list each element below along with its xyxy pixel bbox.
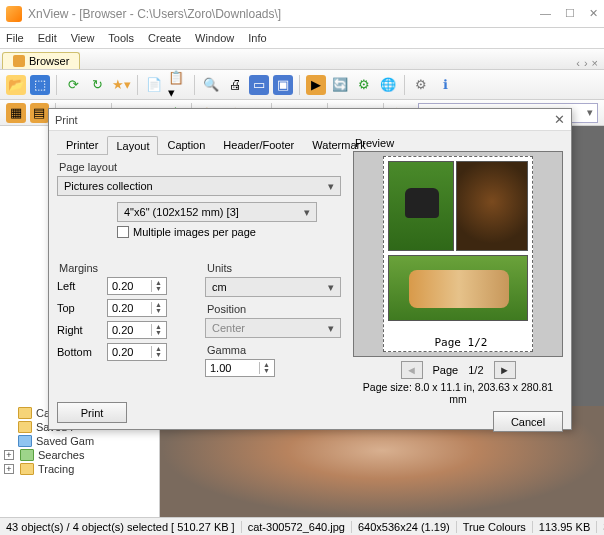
page-size-text: Page size: 8.0 x 11.1 in, 203.63 x 280.8…: [353, 381, 563, 405]
window-title: XnView - [Browser - C:\Users\Zoro\Downlo…: [28, 7, 540, 21]
view-list-icon[interactable]: ▤: [30, 103, 50, 123]
gamma-input[interactable]: 1.00▲▼: [205, 359, 275, 377]
refresh-icon[interactable]: ⟳: [63, 75, 83, 95]
tab-prev-icon[interactable]: ‹: [576, 57, 580, 69]
main-toolbar: 📂 ⬚ ⟳ ↻ ★▾ 📄 📋▾ 🔍 🖨 ▭ ▣ ▶ 🔄 ⚙ 🌐 ⚙ ℹ: [0, 70, 604, 100]
search-icon[interactable]: 🔍: [201, 75, 221, 95]
menu-info[interactable]: Info: [248, 32, 266, 44]
tab-printer[interactable]: Printer: [57, 135, 107, 154]
multi-images-checkbox[interactable]: Multiple images per page: [117, 226, 341, 238]
chevron-down-icon: ▾: [587, 106, 593, 119]
size-combo[interactable]: 4"x6" (102x152 mm) [3]▾: [117, 202, 317, 222]
slideshow-icon[interactable]: ▶: [306, 75, 326, 95]
position-label: Position: [207, 303, 341, 315]
chevron-down-icon: ▾: [328, 180, 334, 193]
cancel-button[interactable]: Cancel: [493, 411, 563, 432]
status-dims: 640x536x24 (1.19): [352, 521, 457, 533]
expand-icon[interactable]: +: [4, 450, 14, 460]
status-size: 113.95 KB: [533, 521, 597, 533]
fullscreen-icon[interactable]: ⬚: [30, 75, 50, 95]
folder-icon: [20, 463, 34, 475]
dialog-tabs: Printer Layout Caption Header/Footer Wat…: [57, 135, 341, 155]
tab-close-icon[interactable]: ×: [592, 57, 598, 69]
preview-thumb: [388, 255, 528, 321]
pagelayout-label: Page layout: [59, 161, 341, 173]
margin-top-label: Top: [57, 302, 107, 314]
settings-icon[interactable]: ⚙: [411, 75, 431, 95]
page-prev-button[interactable]: ◄: [401, 361, 423, 379]
margin-bottom-label: Bottom: [57, 346, 107, 358]
chevron-down-icon: ▾: [304, 206, 310, 219]
checkbox-icon: [117, 226, 129, 238]
menubar: File Edit View Tools Create Window Info: [0, 28, 604, 48]
menu-tools[interactable]: Tools: [108, 32, 134, 44]
status-objects: 43 object(s) / 4 object(s) selected [ 51…: [0, 521, 242, 533]
minimize-button[interactable]: —: [540, 7, 551, 20]
dialog-title: Print: [55, 114, 554, 126]
view-thumbs-icon[interactable]: ▦: [6, 103, 26, 123]
maximize-button[interactable]: ☐: [565, 7, 575, 20]
margin-top-input[interactable]: 0.20▲▼: [107, 299, 167, 317]
folder-icon: [18, 435, 32, 447]
open-icon[interactable]: 📂: [6, 75, 26, 95]
browser-tab-label: Browser: [29, 55, 69, 67]
position-combo: Center▾: [205, 318, 341, 338]
preview-page: Page 1/2: [383, 156, 533, 352]
menu-edit[interactable]: Edit: [38, 32, 57, 44]
window-titlebar: XnView - [Browser - C:\Users\Zoro\Downlo…: [0, 0, 604, 28]
margin-bottom-input[interactable]: 0.20▲▼: [107, 343, 167, 361]
tab-caption[interactable]: Caption: [158, 135, 214, 154]
status-zoom: 39%: [597, 521, 604, 533]
layout-combo[interactable]: Pictures collection▾: [57, 176, 341, 196]
margin-right-input[interactable]: 0.20▲▼: [107, 321, 167, 339]
statusbar: 43 object(s) / 4 object(s) selected [ 51…: [0, 517, 604, 535]
help-icon[interactable]: ℹ: [435, 75, 455, 95]
expand-icon[interactable]: +: [4, 464, 14, 474]
favorites-icon[interactable]: ★▾: [111, 75, 131, 95]
document-tabs: Browser ‹ › ×: [0, 48, 604, 70]
margin-left-label: Left: [57, 280, 107, 292]
print-icon[interactable]: 🖨: [225, 75, 245, 95]
units-label: Units: [207, 262, 341, 274]
dialog-titlebar: Print ✕: [49, 109, 571, 131]
menu-file[interactable]: File: [6, 32, 24, 44]
menu-window[interactable]: Window: [195, 32, 234, 44]
paste-icon[interactable]: 📋▾: [168, 75, 188, 95]
browser-tab[interactable]: Browser: [2, 52, 80, 69]
tree-node: +Searches: [0, 448, 159, 462]
margin-left-input[interactable]: 0.20▲▼: [107, 277, 167, 295]
close-button[interactable]: ✕: [589, 7, 598, 20]
preview-thumb: [388, 161, 454, 251]
batch-icon[interactable]: ⚙: [354, 75, 374, 95]
preview-pager: ◄ Page 1/2 ►: [353, 361, 563, 379]
dialog-close-icon[interactable]: ✕: [554, 112, 565, 127]
reload-icon[interactable]: ↻: [87, 75, 107, 95]
scan-icon[interactable]: ▭: [249, 75, 269, 95]
pager-value: 1/2: [468, 364, 483, 376]
units-combo[interactable]: cm▾: [205, 277, 341, 297]
web-icon[interactable]: 🌐: [378, 75, 398, 95]
menu-create[interactable]: Create: [148, 32, 181, 44]
menu-view[interactable]: View: [71, 32, 95, 44]
tab-headerfooter[interactable]: Header/Footer: [214, 135, 303, 154]
print-button[interactable]: Print: [57, 402, 127, 423]
app-icon: [6, 6, 22, 22]
margin-right-label: Right: [57, 324, 107, 336]
preview-frame: Page 1/2: [353, 151, 563, 357]
search-folder-icon: [20, 449, 34, 461]
copy-icon[interactable]: 📄: [144, 75, 164, 95]
convert-icon[interactable]: 🔄: [330, 75, 350, 95]
preview-thumb: [456, 161, 528, 251]
status-colours: True Colours: [457, 521, 533, 533]
tab-layout[interactable]: Layout: [107, 136, 158, 155]
tab-next-icon[interactable]: ›: [584, 57, 588, 69]
capture-icon[interactable]: ▣: [273, 75, 293, 95]
pager-label: Page: [433, 364, 459, 376]
tree-node: Saved Gam: [0, 434, 159, 448]
folder-icon: [18, 421, 32, 433]
page-next-button[interactable]: ►: [494, 361, 516, 379]
margins-label: Margins: [59, 262, 193, 274]
preview-label: Preview: [355, 137, 563, 149]
status-filename: cat-300572_640.jpg: [242, 521, 352, 533]
folder-icon: [18, 407, 32, 419]
